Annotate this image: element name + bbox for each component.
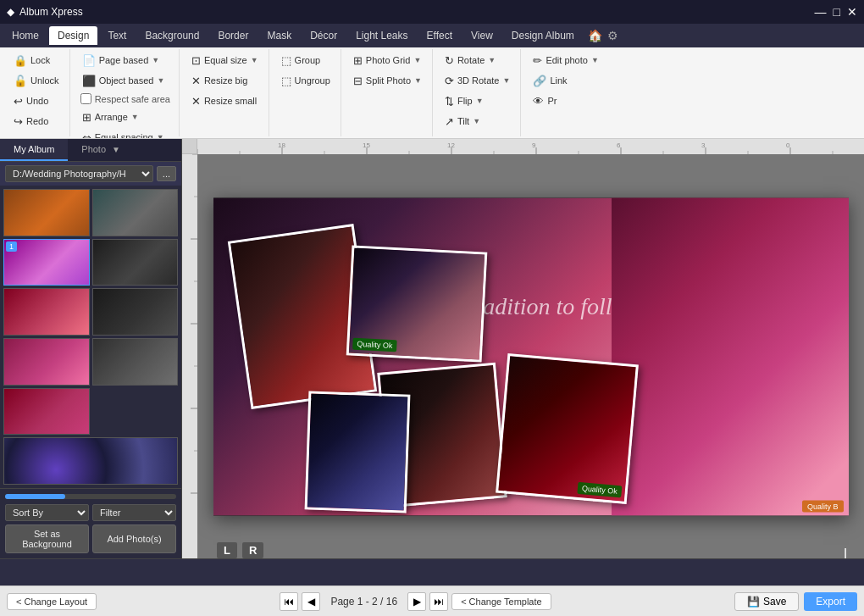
- menu-decor[interactable]: Décor: [302, 26, 346, 45]
- sort-by-select[interactable]: Sort By: [5, 504, 89, 521]
- design-album-settings-icon[interactable]: ⚙: [607, 29, 618, 42]
- toolbar-arrange-group: 📄 Page based ▼ ⬛ Object based ▼ Respect …: [72, 49, 180, 136]
- change-template-button[interactable]: < Change Template: [451, 593, 551, 610]
- photo-thumb-6[interactable]: 42379392_18968...: [92, 288, 179, 336]
- nav-last-button[interactable]: ⏭: [429, 592, 448, 611]
- folder-more-button[interactable]: ...: [157, 166, 176, 181]
- unlock-button[interactable]: 🔓 Unlock: [8, 71, 64, 90]
- collage-photo-4[interactable]: Quality Ok: [496, 353, 639, 504]
- resize-big-button[interactable]: ✕ Resize big: [186, 71, 263, 90]
- arrange-button[interactable]: ⊞ Arrange ▼: [77, 108, 174, 126]
- photo-thumb-1[interactable]: 42309706_18968...: [3, 189, 90, 236]
- photo-thumb-4[interactable]: 42363970_18968...: [92, 239, 179, 286]
- tab-photo-icon: ▼: [112, 145, 120, 154]
- object-based-button[interactable]: ⬛ Object based ▼: [77, 71, 174, 90]
- menu-design-album[interactable]: Design Album: [503, 26, 583, 45]
- respect-safe-checkbox[interactable]: [80, 93, 91, 104]
- set-background-button[interactable]: Set as Background: [5, 524, 89, 553]
- minimize-button[interactable]: —: [815, 5, 827, 19]
- ruler-left: [182, 154, 197, 558]
- menu-home[interactable]: Home: [3, 26, 47, 45]
- arrange-icon: ⊞: [82, 111, 91, 124]
- folder-select[interactable]: D:/Wedding Photography/H: [5, 165, 153, 182]
- toolbar-lock-group: 🔒 Lock 🔓 Unlock ↩ Undo ↪ Redo: [3, 49, 70, 136]
- nav-first-button[interactable]: ⏮: [280, 592, 298, 611]
- menu-text[interactable]: Text: [99, 26, 135, 45]
- lr-left-badge: L: [217, 542, 237, 558]
- portrait-bg: [612, 197, 849, 515]
- canvas-page[interactable]: tradition to follow Quality B: [213, 197, 849, 515]
- lock-button[interactable]: 🔒 Lock: [8, 51, 64, 69]
- menu-view[interactable]: View: [462, 26, 501, 45]
- tilt-button[interactable]: ↗ Tilt ▼: [440, 112, 515, 130]
- export-button[interactable]: Export: [804, 592, 857, 611]
- edit-photo-arrow: ▼: [591, 56, 599, 64]
- design-album-home-icon[interactable]: 🏠: [588, 29, 602, 42]
- pr-icon: 👁: [533, 95, 544, 108]
- rotate3d-button[interactable]: ⟳ 3D Rotate ▼: [440, 71, 515, 90]
- photo-thumb-bokeh[interactable]: bokeh effect: [3, 437, 178, 485]
- group-button[interactable]: ⬚ Group: [276, 51, 335, 69]
- page-based-button[interactable]: 📄 Page based ▼: [77, 51, 174, 69]
- rotate-icon: ↻: [445, 54, 454, 67]
- photo-grid-icon: ⊞: [353, 54, 363, 67]
- menu-effect[interactable]: Effect: [418, 26, 461, 45]
- photo-grid-arrow: ▼: [413, 56, 421, 64]
- menu-background[interactable]: Background: [136, 26, 208, 45]
- undo-button[interactable]: ↩ Undo: [8, 92, 64, 110]
- photo-thumb-5[interactable]: 42379392_18968...: [3, 288, 90, 336]
- close-button[interactable]: ✕: [847, 5, 857, 19]
- collage-photo-5[interactable]: [304, 391, 410, 513]
- respect-safe-area-check[interactable]: Respect safe area: [77, 92, 174, 106]
- tab-my-album[interactable]: My Album: [0, 139, 68, 161]
- photo-thumb-7[interactable]: [3, 338, 90, 386]
- nav-prev-button[interactable]: ◀: [302, 592, 320, 611]
- equal-size-button[interactable]: ⊡ Equal size ▼: [186, 51, 263, 69]
- split-photo-button[interactable]: ⊟ Split Photo ▼: [348, 71, 427, 90]
- panel-tabs: My Album Photo ▼: [0, 139, 181, 162]
- left-panel: My Album Photo ▼ D:/Wedding Photography/…: [0, 139, 182, 558]
- menu-mask[interactable]: Mask: [258, 26, 300, 45]
- add-photo-button[interactable]: Add Photo(s): [92, 524, 176, 553]
- redo-button[interactable]: ↪ Redo: [8, 112, 64, 130]
- photo-grid-button[interactable]: ⊞ Photo Grid ▼: [348, 51, 427, 69]
- title-bar: ◆ Album Xpress — □ ✕: [0, 0, 864, 24]
- change-layout-button[interactable]: < Change Layout: [7, 593, 97, 610]
- nav-next-button[interactable]: ▶: [407, 592, 426, 611]
- unlock-icon: 🔓: [14, 75, 27, 87]
- ungroup-icon: ⬚: [281, 75, 291, 87]
- photo-thumb-9[interactable]: 42414372_18968...: [3, 388, 90, 436]
- menu-design[interactable]: Design: [49, 26, 97, 45]
- edit-photo-button[interactable]: ✏ Edit photo ▼: [528, 51, 603, 69]
- object-based-icon: ⬛: [82, 75, 96, 87]
- collage-photo-2[interactable]: Quality Ok: [346, 245, 487, 362]
- tab-photo[interactable]: Photo ▼: [68, 139, 134, 161]
- rotate-button[interactable]: ↻ Rotate ▼: [440, 51, 515, 69]
- progress-bar-fill: [5, 494, 65, 499]
- canvas-content[interactable]: tradition to follow Quality B: [197, 154, 864, 558]
- save-button[interactable]: 💾 Save: [734, 592, 799, 611]
- toolbar-photo-group: ⊞ Photo Grid ▼ ⊟ Split Photo ▼: [343, 49, 433, 136]
- menu-border[interactable]: Border: [209, 26, 257, 45]
- collage-photo-4-inner: [498, 356, 635, 501]
- photo-thumb-3[interactable]: 1 42352579_18968...: [3, 239, 90, 286]
- resize-small-button[interactable]: ✕ Resize small: [186, 92, 263, 110]
- toolbar-transform-group: ↻ Rotate ▼ ⟳ 3D Rotate ▼ ⇅ Flip ▼ ↗ Tilt…: [435, 49, 521, 136]
- equal-spacing-button[interactable]: ⇔ Equal spacing ▼: [77, 128, 174, 139]
- photo-thumb-8[interactable]: 42440958_18968...: [92, 338, 179, 386]
- pr-button[interactable]: 👁 Pr: [528, 92, 603, 110]
- large-portrait[interactable]: Quality B: [612, 197, 849, 515]
- ungroup-button[interactable]: ⬚ Ungroup: [276, 71, 335, 90]
- right-handle: |: [844, 546, 847, 558]
- flip-button[interactable]: ⇅ Flip ▼: [440, 92, 515, 110]
- photo-thumb-2[interactable]: 42317180_18968...: [92, 189, 179, 236]
- equal-size-icon: ⊡: [191, 54, 201, 67]
- filter-select[interactable]: Filter: [92, 504, 176, 521]
- menu-light-leaks[interactable]: Light Leaks: [347, 26, 416, 45]
- link-button[interactable]: 🔗 Link: [528, 71, 603, 90]
- edit-photo-icon: ✏: [533, 54, 542, 67]
- maximize-button[interactable]: □: [834, 5, 840, 19]
- svg-text:18: 18: [278, 142, 285, 149]
- save-icon: 💾: [747, 596, 760, 608]
- toolbar-edit-group: ✏ Edit photo ▼ 🔗 Link 👁 Pr: [523, 49, 608, 136]
